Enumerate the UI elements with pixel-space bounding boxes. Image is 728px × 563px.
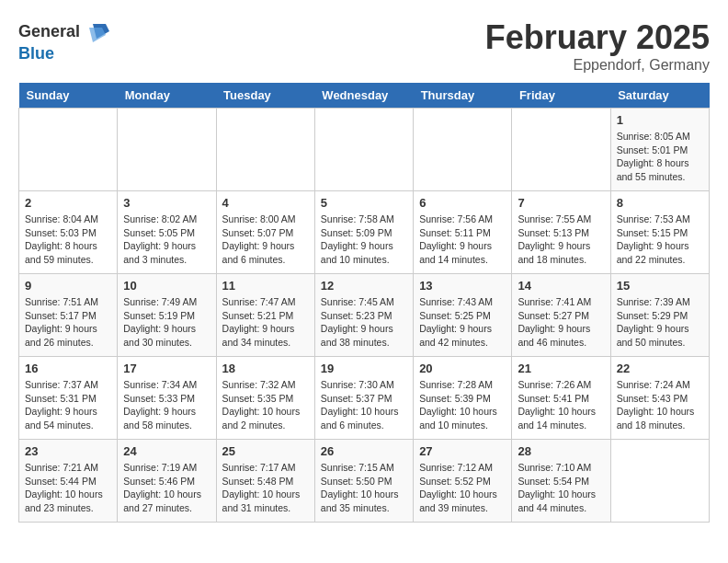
day-info: Sunrise: 7:51 AM Sunset: 5:17 PM Dayligh…: [25, 295, 111, 350]
calendar-cell: 18Sunrise: 7:32 AM Sunset: 5:35 PM Dayli…: [216, 357, 314, 440]
calendar-cell: 25Sunrise: 7:17 AM Sunset: 5:48 PM Dayli…: [216, 440, 314, 523]
calendar-cell: [118, 109, 216, 191]
day-number: 27: [419, 444, 506, 458]
day-number: 14: [518, 279, 604, 293]
day-info: Sunrise: 7:10 AM Sunset: 5:54 PM Dayligh…: [518, 461, 604, 515]
weekday-header-wednesday: Wednesday: [314, 83, 413, 109]
calendar-cell: [512, 109, 610, 191]
day-info: Sunrise: 7:58 AM Sunset: 5:09 PM Dayligh…: [321, 213, 407, 267]
day-number: 13: [419, 279, 506, 293]
calendar-cell: 21Sunrise: 7:26 AM Sunset: 5:41 PM Dayli…: [512, 357, 610, 440]
day-info: Sunrise: 7:37 AM Sunset: 5:31 PM Dayligh…: [25, 378, 111, 432]
calendar-cell: 26Sunrise: 7:15 AM Sunset: 5:50 PM Dayli…: [314, 440, 413, 523]
day-info: Sunrise: 7:15 AM Sunset: 5:50 PM Dayligh…: [321, 461, 407, 515]
calendar-cell: 14Sunrise: 7:41 AM Sunset: 5:27 PM Dayli…: [512, 274, 610, 357]
day-info: Sunrise: 7:30 AM Sunset: 5:37 PM Dayligh…: [321, 378, 407, 432]
month-year-title: February 2025: [485, 18, 710, 57]
logo-icon: [84, 18, 109, 44]
calendar-cell: 12Sunrise: 7:45 AM Sunset: 5:23 PM Dayli…: [314, 274, 413, 357]
calendar-table: SundayMondayTuesdayWednesdayThursdayFrid…: [18, 83, 710, 523]
calendar-cell: 27Sunrise: 7:12 AM Sunset: 5:52 PM Dayli…: [414, 440, 512, 523]
weekday-header-friday: Friday: [512, 83, 610, 109]
calendar-cell: 6Sunrise: 7:56 AM Sunset: 5:11 PM Daylig…: [414, 191, 512, 274]
logo-blue-text: Blue: [18, 44, 54, 63]
calendar-cell: [414, 109, 512, 191]
day-number: 12: [321, 279, 407, 293]
calendar-cell: 9Sunrise: 7:51 AM Sunset: 5:17 PM Daylig…: [19, 274, 118, 357]
calendar-cell: 3Sunrise: 8:02 AM Sunset: 5:05 PM Daylig…: [118, 191, 216, 274]
day-number: 17: [123, 362, 210, 375]
day-info: Sunrise: 7:12 AM Sunset: 5:52 PM Dayligh…: [419, 461, 506, 515]
day-number: 23: [25, 444, 111, 458]
day-info: Sunrise: 8:05 AM Sunset: 5:01 PM Dayligh…: [617, 130, 703, 184]
calendar-cell: 17Sunrise: 7:34 AM Sunset: 5:33 PM Dayli…: [118, 357, 216, 440]
calendar-cell: 13Sunrise: 7:43 AM Sunset: 5:25 PM Dayli…: [414, 274, 512, 357]
day-number: 16: [25, 362, 111, 375]
calendar-cell: 28Sunrise: 7:10 AM Sunset: 5:54 PM Dayli…: [512, 440, 610, 523]
day-info: Sunrise: 7:55 AM Sunset: 5:13 PM Dayligh…: [518, 213, 604, 267]
calendar-cell: 16Sunrise: 7:37 AM Sunset: 5:31 PM Dayli…: [19, 357, 118, 440]
calendar-cell: [216, 109, 314, 191]
day-info: Sunrise: 7:28 AM Sunset: 5:39 PM Dayligh…: [419, 378, 506, 432]
calendar-week-row: 1Sunrise: 8:05 AM Sunset: 5:01 PM Daylig…: [19, 109, 710, 191]
day-number: 24: [123, 444, 210, 458]
day-info: Sunrise: 7:41 AM Sunset: 5:27 PM Dayligh…: [518, 295, 604, 350]
day-number: 2: [25, 196, 111, 210]
day-info: Sunrise: 7:45 AM Sunset: 5:23 PM Dayligh…: [321, 295, 407, 350]
calendar-week-row: 16Sunrise: 7:37 AM Sunset: 5:31 PM Dayli…: [19, 357, 710, 440]
logo: General Blue: [18, 18, 109, 63]
day-number: 6: [419, 196, 506, 210]
day-number: 20: [419, 362, 506, 375]
calendar-cell: 4Sunrise: 8:00 AM Sunset: 5:07 PM Daylig…: [216, 191, 314, 274]
calendar-header: SundayMondayTuesdayWednesdayThursdayFrid…: [19, 83, 710, 109]
calendar-week-row: 2Sunrise: 8:04 AM Sunset: 5:03 PM Daylig…: [19, 191, 710, 274]
calendar-week-row: 9Sunrise: 7:51 AM Sunset: 5:17 PM Daylig…: [19, 274, 710, 357]
calendar-week-row: 23Sunrise: 7:21 AM Sunset: 5:44 PM Dayli…: [19, 440, 710, 523]
location-subtitle: Eppendorf, Germany: [485, 57, 710, 74]
day-number: 10: [123, 279, 210, 293]
weekday-header-sunday: Sunday: [19, 83, 118, 109]
day-info: Sunrise: 7:47 AM Sunset: 5:21 PM Dayligh…: [222, 295, 309, 350]
calendar-cell: 10Sunrise: 7:49 AM Sunset: 5:19 PM Dayli…: [118, 274, 216, 357]
weekday-header-row: SundayMondayTuesdayWednesdayThursdayFrid…: [19, 83, 710, 109]
day-info: Sunrise: 7:26 AM Sunset: 5:41 PM Dayligh…: [518, 378, 604, 432]
calendar-cell: 5Sunrise: 7:58 AM Sunset: 5:09 PM Daylig…: [314, 191, 413, 274]
day-info: Sunrise: 7:49 AM Sunset: 5:19 PM Dayligh…: [123, 295, 210, 350]
day-number: 18: [222, 362, 309, 375]
calendar-cell: 23Sunrise: 7:21 AM Sunset: 5:44 PM Dayli…: [19, 440, 118, 523]
calendar-cell: [19, 109, 118, 191]
day-info: Sunrise: 7:34 AM Sunset: 5:33 PM Dayligh…: [123, 378, 210, 432]
weekday-header-saturday: Saturday: [610, 83, 709, 109]
page-header: General Blue February 2025 Eppendorf, Ge…: [18, 18, 710, 74]
day-number: 15: [617, 279, 703, 293]
calendar-cell: 2Sunrise: 8:04 AM Sunset: 5:03 PM Daylig…: [19, 191, 118, 274]
day-number: 5: [321, 196, 407, 210]
calendar-cell: 8Sunrise: 7:53 AM Sunset: 5:15 PM Daylig…: [610, 191, 709, 274]
day-info: Sunrise: 7:53 AM Sunset: 5:15 PM Dayligh…: [617, 213, 703, 267]
weekday-header-monday: Monday: [118, 83, 216, 109]
day-info: Sunrise: 7:17 AM Sunset: 5:48 PM Dayligh…: [222, 461, 309, 515]
day-info: Sunrise: 7:43 AM Sunset: 5:25 PM Dayligh…: [419, 295, 506, 350]
day-number: 22: [617, 362, 703, 375]
day-number: 25: [222, 444, 309, 458]
calendar-cell: 11Sunrise: 7:47 AM Sunset: 5:21 PM Dayli…: [216, 274, 314, 357]
day-info: Sunrise: 7:19 AM Sunset: 5:46 PM Dayligh…: [123, 461, 210, 515]
day-number: 19: [321, 362, 407, 375]
day-number: 11: [222, 279, 309, 293]
calendar-cell: 15Sunrise: 7:39 AM Sunset: 5:29 PM Dayli…: [610, 274, 709, 357]
calendar-cell: [314, 109, 413, 191]
day-info: Sunrise: 7:21 AM Sunset: 5:44 PM Dayligh…: [25, 461, 111, 515]
calendar-cell: 24Sunrise: 7:19 AM Sunset: 5:46 PM Dayli…: [118, 440, 216, 523]
day-number: 1: [617, 113, 703, 127]
day-info: Sunrise: 7:39 AM Sunset: 5:29 PM Dayligh…: [617, 295, 703, 350]
logo-general-text: General: [18, 22, 80, 41]
day-number: 26: [321, 444, 407, 458]
day-info: Sunrise: 7:24 AM Sunset: 5:43 PM Dayligh…: [617, 378, 703, 432]
title-block: February 2025 Eppendorf, Germany: [485, 18, 710, 74]
calendar-cell: 7Sunrise: 7:55 AM Sunset: 5:13 PM Daylig…: [512, 191, 610, 274]
day-info: Sunrise: 7:32 AM Sunset: 5:35 PM Dayligh…: [222, 378, 309, 432]
day-info: Sunrise: 7:56 AM Sunset: 5:11 PM Dayligh…: [419, 213, 506, 267]
calendar-cell: 20Sunrise: 7:28 AM Sunset: 5:39 PM Dayli…: [414, 357, 512, 440]
calendar-cell: [610, 440, 709, 523]
weekday-header-thursday: Thursday: [414, 83, 512, 109]
